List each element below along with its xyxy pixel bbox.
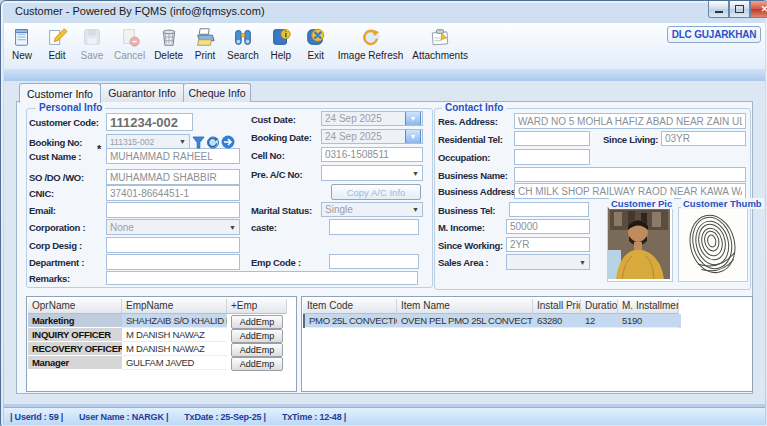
empname-header[interactable]: EmpName xyxy=(122,299,227,314)
delete-button[interactable]: Delete xyxy=(154,25,183,61)
chevron-down-icon: ▼ xyxy=(412,170,419,177)
department-field[interactable] xyxy=(106,254,240,270)
res-address-label: Res. Address: xyxy=(438,116,498,127)
caste-label: caste: xyxy=(251,222,277,233)
copy-ac-info-button[interactable]: Copy A/C Info xyxy=(331,184,421,200)
status-txtime: TxTime : 12-48 | xyxy=(282,412,346,422)
item-code-cell: PMO 25L CONVECTION SE xyxy=(305,314,397,328)
customer-thumbprint xyxy=(678,207,748,282)
search-binoculars-icon xyxy=(230,25,256,49)
close-button[interactable]: ✕ xyxy=(750,1,767,18)
minimize-button[interactable] xyxy=(708,1,729,18)
business-tel-field[interactable] xyxy=(509,202,589,217)
calendar-dropdown-icon[interactable]: ▼ xyxy=(405,129,421,144)
booking-date-picker[interactable]: 24 Sep 2025 ▼ xyxy=(321,129,423,144)
corp-desig-field[interactable] xyxy=(106,237,240,253)
addemp-button[interactable]: AddEmp xyxy=(231,357,283,371)
booking-no-combo[interactable]: 111315-002 ▼ xyxy=(106,134,190,149)
chevron-down-icon: ▼ xyxy=(579,259,586,266)
print-button[interactable]: Print xyxy=(192,25,218,61)
save-floppy-icon xyxy=(79,25,105,49)
help-button[interactable]: i Help xyxy=(268,25,294,61)
m-income-field[interactable] xyxy=(506,219,590,234)
exit-button[interactable]: Exit xyxy=(303,25,329,61)
so-do-wo-field[interactable] xyxy=(106,169,240,185)
business-name-field[interactable] xyxy=(514,167,746,182)
sales-area-combo[interactable]: ▼ xyxy=(506,254,590,270)
item-name-header[interactable]: Item Name xyxy=(397,299,533,314)
marital-status-combo[interactable]: Single ▼ xyxy=(321,202,423,217)
install-price-header[interactable]: Install Price xyxy=(533,299,581,314)
tab-guarantor-info[interactable]: Guarantor Info xyxy=(99,83,185,102)
help-icon: i xyxy=(268,25,294,49)
oprname-header[interactable]: OprName xyxy=(28,299,122,314)
since-working-label: Since Working: xyxy=(438,240,503,251)
addemp-header[interactable]: +Emp xyxy=(227,299,287,314)
cust-name-label: Cust Name : xyxy=(29,151,81,162)
cancel-button[interactable]: Cancel xyxy=(114,25,145,61)
status-userid: | UserId : 59 | xyxy=(10,412,63,422)
occupation-label: Occupation: xyxy=(438,152,490,163)
filter-icon[interactable] xyxy=(192,135,205,153)
caste-field[interactable] xyxy=(329,219,419,235)
addemp-button[interactable]: AddEmp xyxy=(231,329,283,343)
since-living-label: Since Living: xyxy=(603,134,658,145)
email-field[interactable] xyxy=(106,202,240,218)
edit-pencil-icon xyxy=(44,25,70,49)
residential-tel-label: Residential Tel: xyxy=(438,134,503,145)
contact-info-title: Contact Info xyxy=(442,102,506,113)
business-name-label: Business Name: xyxy=(438,170,508,181)
duration-header[interactable]: Duration xyxy=(581,299,618,314)
addemp-button[interactable]: AddEmp xyxy=(231,315,283,329)
new-button[interactable]: New xyxy=(9,25,35,61)
delete-trash-icon xyxy=(156,25,182,49)
res-address-field[interactable] xyxy=(514,113,746,129)
refresh-icon[interactable] xyxy=(206,135,220,153)
image-refresh-button[interactable]: Image Refresh xyxy=(338,25,404,61)
item-name-cell: OVEN PEL PMO 25L CONVECTION SERIE xyxy=(397,314,533,328)
chevron-down-icon: ▼ xyxy=(179,138,186,145)
business-address-label: Business Address: xyxy=(438,186,519,197)
pre-ac-no-combo[interactable]: ▼ xyxy=(321,165,423,181)
cust-date-picker[interactable]: 24 Sep 2025 ▼ xyxy=(321,111,423,126)
customer-code-field[interactable] xyxy=(106,113,193,131)
since-living-field[interactable] xyxy=(661,131,746,146)
customer-photo xyxy=(607,207,673,282)
duration-cell: 12 xyxy=(581,314,618,328)
since-working-field[interactable] xyxy=(506,237,590,252)
m-installment-header[interactable]: M. Installment xyxy=(618,299,679,314)
residential-tel-field[interactable] xyxy=(514,131,590,146)
save-button[interactable]: Save xyxy=(79,25,105,61)
booking-no-label: Booking No: xyxy=(29,137,82,148)
emp-code-field[interactable] xyxy=(329,254,419,269)
remarks-field[interactable] xyxy=(106,271,418,285)
attachments-icon xyxy=(427,25,453,49)
pre-ac-no-label: Pre. A/C No: xyxy=(251,169,302,180)
cell-no-field[interactable] xyxy=(321,147,423,162)
status-bar: | UserId : 59 | User Name : NARGK | TxDa… xyxy=(4,407,765,425)
go-icon[interactable] xyxy=(221,135,235,153)
tab-cheque-info[interactable]: Cheque Info xyxy=(183,83,251,102)
image-refresh-icon xyxy=(358,25,384,49)
attachments-button[interactable]: Attachments xyxy=(412,25,468,61)
personal-info-title: Personal Info xyxy=(36,102,105,113)
item-code-header[interactable]: Item Code xyxy=(303,299,397,314)
occupation-field[interactable] xyxy=(514,149,590,165)
remarks-label: Remarks: xyxy=(29,273,70,284)
customer-code-label: Customer Code: xyxy=(29,117,99,128)
cust-date-label: Cust Date: xyxy=(251,114,296,125)
department-label: Department : xyxy=(29,257,84,268)
minimize-icon xyxy=(715,11,723,13)
corporation-combo[interactable]: None ▼ xyxy=(106,219,240,235)
calendar-dropdown-icon[interactable]: ▼ xyxy=(405,111,421,126)
toolbar-divider xyxy=(4,69,765,81)
cnic-field[interactable] xyxy=(106,185,240,201)
maximize-button[interactable] xyxy=(729,1,750,18)
addemp-button[interactable]: AddEmp xyxy=(231,343,283,357)
business-address-field[interactable] xyxy=(514,183,746,199)
tab-customer-info[interactable]: Customer Info xyxy=(19,83,101,103)
edit-button[interactable]: Edit xyxy=(44,25,70,61)
app-window: Customer - Powered By FQMS (info@fqmsys.… xyxy=(0,0,767,426)
search-button[interactable]: Search xyxy=(227,25,259,61)
cnic-label: CNIC: xyxy=(29,188,54,199)
